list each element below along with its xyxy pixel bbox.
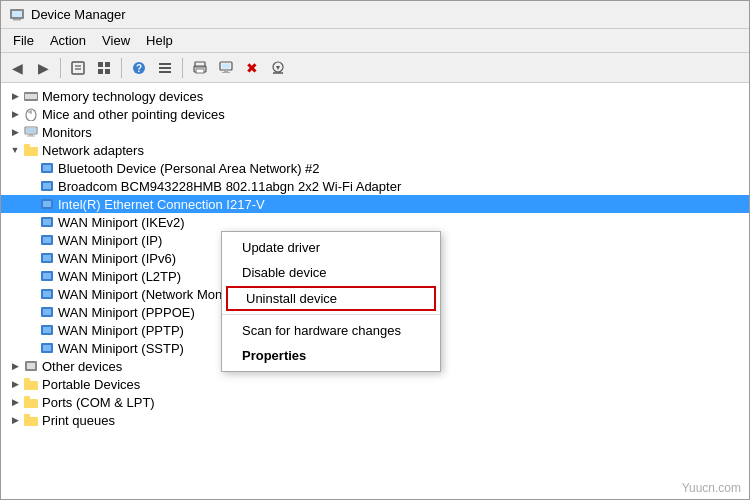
tree-item-print-queues[interactable]: ▶ Print queues bbox=[1, 411, 749, 429]
ctx-uninstall-device[interactable]: Uninstall device bbox=[226, 286, 436, 311]
icon-network-adapters bbox=[23, 142, 39, 158]
view-button[interactable] bbox=[153, 56, 177, 80]
svg-rect-13 bbox=[159, 67, 171, 69]
icon-wan-l2tp bbox=[39, 268, 55, 284]
svg-rect-43 bbox=[43, 219, 51, 225]
tree-item-mice[interactable]: ▶ Mice and other pointing devices bbox=[1, 105, 749, 123]
tree-item-memory[interactable]: ▶ Memory technology devices bbox=[1, 87, 749, 105]
toolbar-sep-1 bbox=[60, 58, 61, 78]
icon-other bbox=[23, 358, 39, 374]
tree-item-wan-ikev2[interactable]: ▶ WAN Miniport (IKEv2) bbox=[1, 213, 749, 231]
icon-mice bbox=[23, 106, 39, 122]
expander-memory[interactable]: ▶ bbox=[7, 88, 23, 104]
label-intel-ethernet: Intel(R) Ethernet Connection I217-V bbox=[58, 197, 265, 212]
properties-button[interactable] bbox=[66, 56, 90, 80]
icon-print-queues bbox=[23, 412, 39, 428]
svg-rect-6 bbox=[98, 62, 103, 67]
svg-rect-37 bbox=[43, 165, 51, 171]
svg-rect-53 bbox=[43, 309, 51, 315]
context-menu: Update driver Disable device Uninstall d… bbox=[221, 231, 441, 372]
svg-rect-34 bbox=[24, 147, 38, 156]
label-broadcom: Broadcom BCM943228HMB 802.11abgn 2x2 Wi-… bbox=[58, 179, 401, 194]
menu-bar: File Action View Help bbox=[1, 29, 749, 53]
svg-rect-60 bbox=[24, 381, 38, 390]
svg-rect-62 bbox=[24, 399, 38, 408]
label-wan-ipv6: WAN Miniport (IPv6) bbox=[58, 251, 176, 266]
expander-print[interactable]: ▶ bbox=[7, 412, 23, 428]
title-bar: Device Manager bbox=[1, 1, 749, 29]
toolbar-sep-2 bbox=[121, 58, 122, 78]
svg-rect-31 bbox=[26, 128, 36, 133]
monitor-button[interactable] bbox=[214, 56, 238, 80]
label-wan-sstp: WAN Miniport (SSTP) bbox=[58, 341, 184, 356]
icon-ports bbox=[23, 394, 39, 410]
label-wan-l2tp: WAN Miniport (L2TP) bbox=[58, 269, 181, 284]
svg-rect-32 bbox=[29, 134, 33, 136]
ctx-update-driver[interactable]: Update driver bbox=[222, 235, 440, 260]
expander-mice[interactable]: ▶ bbox=[7, 106, 23, 122]
icon-wan-pppoe bbox=[39, 304, 55, 320]
download-button[interactable] bbox=[266, 56, 290, 80]
label-wan-pptp: WAN Miniport (PPTP) bbox=[58, 323, 184, 338]
svg-rect-47 bbox=[43, 255, 51, 261]
svg-rect-14 bbox=[159, 71, 171, 73]
svg-rect-59 bbox=[27, 363, 35, 369]
label-memory: Memory technology devices bbox=[42, 89, 203, 104]
label-mice: Mice and other pointing devices bbox=[42, 107, 225, 122]
expander-ports[interactable]: ▶ bbox=[7, 394, 23, 410]
label-bluetooth: Bluetooth Device (Personal Area Network)… bbox=[58, 161, 320, 176]
expander-portable[interactable]: ▶ bbox=[7, 376, 23, 392]
svg-rect-57 bbox=[43, 345, 51, 351]
svg-rect-3 bbox=[72, 62, 84, 74]
icon-wan-ikev2 bbox=[39, 214, 55, 230]
icon-broadcom bbox=[39, 178, 55, 194]
tree-item-broadcom[interactable]: ▶ Broadcom BCM943228HMB 802.11abgn 2x2 W… bbox=[1, 177, 749, 195]
svg-rect-7 bbox=[105, 62, 110, 67]
svg-rect-39 bbox=[43, 183, 51, 189]
svg-rect-26 bbox=[25, 94, 37, 99]
ctx-properties[interactable]: Properties bbox=[222, 343, 440, 368]
device-manager-window: Device Manager File Action View Help ◀ ▶… bbox=[0, 0, 750, 500]
svg-rect-64 bbox=[24, 417, 38, 426]
app-icon bbox=[9, 7, 25, 23]
svg-text:?: ? bbox=[136, 63, 142, 74]
watermark: Yuucn.com bbox=[682, 481, 741, 495]
help-button[interactable]: ? bbox=[127, 56, 151, 80]
expand-button[interactable] bbox=[92, 56, 116, 80]
svg-rect-8 bbox=[98, 69, 103, 74]
main-content: ▶ Memory technology devices ▶ Mice and o… bbox=[1, 83, 749, 499]
icon-intel-ethernet bbox=[39, 196, 55, 212]
label-wan-ip: WAN Miniport (IP) bbox=[58, 233, 162, 248]
svg-rect-45 bbox=[43, 237, 51, 243]
tree-item-ports[interactable]: ▶ Ports (COM & LPT) bbox=[1, 393, 749, 411]
menu-action[interactable]: Action bbox=[42, 31, 94, 50]
tree-item-bluetooth[interactable]: ▶ Bluetooth Device (Personal Area Networ… bbox=[1, 159, 749, 177]
back-button[interactable]: ◀ bbox=[5, 56, 29, 80]
ctx-scan-changes[interactable]: Scan for hardware changes bbox=[222, 318, 440, 343]
svg-rect-35 bbox=[24, 144, 30, 148]
tree-item-intel-ethernet[interactable]: ▶ Intel(R) Ethernet Connection I217-V bbox=[1, 195, 749, 213]
toolbar: ◀ ▶ ? ✖ bbox=[1, 53, 749, 83]
svg-marker-23 bbox=[276, 66, 280, 70]
ctx-disable-device[interactable]: Disable device bbox=[222, 260, 440, 285]
print-button[interactable] bbox=[188, 56, 212, 80]
tree-item-network-adapters[interactable]: ▼ Network adapters bbox=[1, 141, 749, 159]
icon-portable bbox=[23, 376, 39, 392]
menu-help[interactable]: Help bbox=[138, 31, 181, 50]
icon-bluetooth bbox=[39, 160, 55, 176]
menu-file[interactable]: File bbox=[5, 31, 42, 50]
expander-network[interactable]: ▼ bbox=[7, 142, 23, 158]
label-network-adapters: Network adapters bbox=[42, 143, 144, 158]
tree-item-monitors[interactable]: ▶ Monitors bbox=[1, 123, 749, 141]
remove-button[interactable]: ✖ bbox=[240, 56, 264, 80]
window-title: Device Manager bbox=[31, 7, 126, 22]
label-wan-ikev2: WAN Miniport (IKEv2) bbox=[58, 215, 185, 230]
menu-view[interactable]: View bbox=[94, 31, 138, 50]
label-other: Other devices bbox=[42, 359, 122, 374]
tree-item-portable[interactable]: ▶ Portable Devices bbox=[1, 375, 749, 393]
label-wan-pppoe: WAN Miniport (PPPOE) bbox=[58, 305, 195, 320]
forward-button[interactable]: ▶ bbox=[31, 56, 55, 80]
expander-other[interactable]: ▶ bbox=[7, 358, 23, 374]
svg-rect-12 bbox=[159, 63, 171, 65]
expander-monitors[interactable]: ▶ bbox=[7, 124, 23, 140]
